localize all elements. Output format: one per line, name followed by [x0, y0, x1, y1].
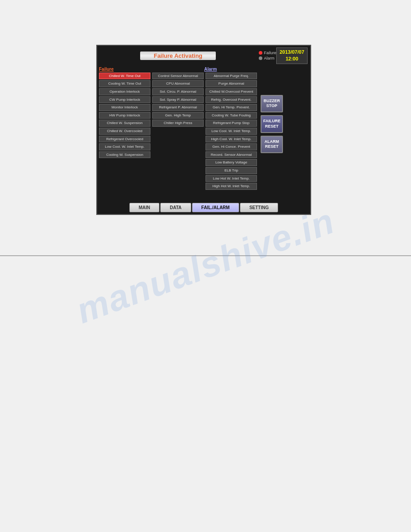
alarm-right-item-8[interactable]: High Cool. W. Inlet Temp.: [206, 136, 257, 143]
failure-reset-button[interactable]: FAILURERESET: [261, 115, 283, 133]
buzzer-stop-button[interactable]: BUZZERSTOP: [261, 95, 283, 112]
main-screen: Failure Activating Failure Alarm 2013/07…: [96, 45, 311, 215]
alarm-status: Alarm: [259, 56, 276, 60]
alarm-right-item-3[interactable]: Refrig. Overcool Prevent.: [206, 96, 257, 103]
title-area: Failure Activating: [100, 51, 256, 60]
alarm-right-item-9[interactable]: Gen. Hi Conce. Prevent: [206, 143, 257, 150]
failure-status: Failure: [259, 51, 276, 55]
failure-item-0[interactable]: Chilled W. Time Out: [99, 73, 150, 80]
status-indicators: Failure Alarm: [259, 51, 276, 60]
main-content: Chilled W. Time Out Cooling W. Time Out …: [97, 72, 310, 191]
alarm-dot: [259, 56, 262, 60]
alarm-right-item-6[interactable]: Refrigerant Pump Stop: [206, 120, 257, 127]
failure-item-4[interactable]: Monitor Interlock: [99, 104, 150, 111]
alarm-right-item-13[interactable]: Low Hot W. Inlet Temp.: [206, 175, 257, 182]
alarm-mid-item-2[interactable]: Sol. Circu. P. Abnormal: [152, 88, 204, 95]
failure-item-9[interactable]: Low Cool. W. Inlet Temp.: [99, 143, 150, 150]
nav-main[interactable]: MAIN: [129, 203, 160, 212]
failure-item-2[interactable]: Operation Interlock: [99, 88, 150, 95]
datetime-box: 2013/07/07 12:00: [276, 47, 308, 64]
time-text: 12:00: [278, 56, 305, 62]
alarm-mid-item-3[interactable]: Sol. Spray P. Abnormal: [152, 96, 204, 103]
watermark: manualshive.in: [71, 200, 340, 332]
failure-col-header: Failure: [99, 67, 150, 72]
alarm-right-item-10[interactable]: Record. Sensor Abnormal: [206, 151, 257, 159]
alarm-reset-button[interactable]: ALARMRESET: [261, 136, 283, 153]
header-bar: Failure Activating Failure Alarm 2013/07…: [97, 46, 310, 66]
alarm-col-header: Alarm: [204, 67, 217, 72]
failure-item-5[interactable]: HW Pump Interlock: [99, 112, 150, 119]
alarm-right-item-5[interactable]: Cooling W. Tube Fouling: [206, 112, 257, 119]
nav-fail-alarm[interactable]: FAIL./ALARM: [192, 203, 239, 212]
alarm-mid-item-6[interactable]: Chiller High Press: [152, 120, 204, 127]
failure-dot: [259, 51, 262, 55]
alarm-right-column: Abnormal Purge Freq. Purge Abnormal Chil…: [206, 73, 257, 190]
failure-item-3[interactable]: CW Pump Interlock: [99, 96, 150, 103]
alarm-right-item-7[interactable]: Low Cool. W. Inlet Temp.: [206, 128, 257, 135]
nav-data[interactable]: DATA: [160, 203, 191, 212]
alarm-right-item-14[interactable]: High Hot W. Inlet Temp.: [206, 183, 257, 190]
failure-item-1[interactable]: Cooling W. Time Out: [99, 80, 150, 87]
alarm-right-item-4[interactable]: Gen. Hi Temp. Prevent.: [206, 104, 257, 111]
alarm-mid-column: Control Sensor Abnormal CPU Abnormal Sol…: [152, 73, 204, 190]
control-buttons: BUZZERSTOP FAILURERESET ALARMRESET: [261, 73, 283, 190]
failure-item-8[interactable]: Refrigerant Overcooled: [99, 136, 150, 143]
alarm-right-item-2[interactable]: Chilled W.Overcool Prevent: [206, 88, 257, 95]
failure-label: Failure: [264, 51, 276, 55]
date-text: 2013/07/07: [278, 49, 305, 56]
nav-bar: MAIN DATA FAIL./ALARM SETTING: [97, 201, 310, 214]
alarm-mid-item-4[interactable]: Refrigerant P. Abnormal: [152, 104, 204, 111]
alarm-mid-item-1[interactable]: CPU Abnormal: [152, 80, 204, 87]
alarm-right-item-12[interactable]: ELB Trip: [206, 167, 257, 174]
failure-column: Chilled W. Time Out Cooling W. Time Out …: [99, 73, 150, 190]
alarm-mid-item-0[interactable]: Control Sensor Abnormal: [152, 73, 204, 80]
failure-item-6[interactable]: Chilled W. Suspension: [99, 120, 150, 127]
alarm-mid-item-5[interactable]: Gen. High Temp: [152, 112, 204, 119]
alarm-right-item-11[interactable]: Low Battery Voltage: [206, 159, 257, 166]
col-headers: Failure Alarm: [97, 67, 310, 72]
alarm-label: Alarm: [264, 56, 274, 60]
page-divider: [0, 255, 411, 256]
failure-item-10[interactable]: Cooling W. Suspension: [99, 151, 150, 159]
nav-setting[interactable]: SETTING: [240, 203, 278, 212]
alarm-right-item-0[interactable]: Abnormal Purge Freq.: [206, 73, 257, 80]
failure-item-7[interactable]: Chilled W. Overcooled: [99, 128, 150, 135]
screen-title: Failure Activating: [140, 51, 216, 60]
alarm-right-item-1[interactable]: Purge Abnormal: [206, 80, 257, 87]
